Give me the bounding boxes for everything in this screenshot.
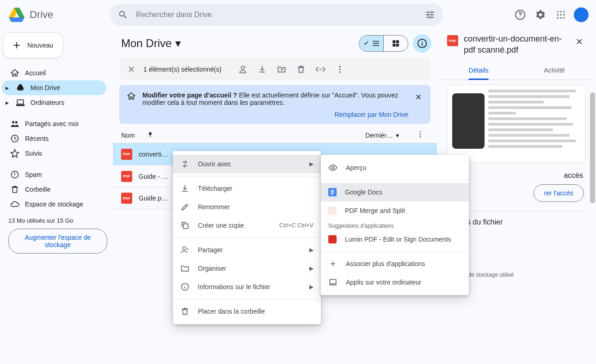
menu-label: Informations sur le fichier — [198, 283, 270, 291]
menu-rename[interactable]: Renommer — [173, 198, 321, 216]
settings-icon[interactable] — [531, 6, 550, 24]
menu-share[interactable]: Partager ▶ — [173, 241, 321, 259]
banner-text: Modifier votre page d'accueil ? Elle est… — [142, 91, 398, 106]
info-icon — [180, 282, 190, 291]
close-icon — [414, 93, 423, 101]
move-button[interactable] — [273, 61, 290, 78]
menu-info[interactable]: Informations sur le fichier ▶ — [173, 278, 321, 296]
menu-organize[interactable]: Organiser ▶ — [173, 259, 321, 278]
preview-text-placeholder — [488, 90, 581, 158]
more-vert-icon — [335, 65, 344, 74]
menu-trash[interactable]: Placer dans la corbeille — [173, 302, 321, 321]
download-button[interactable] — [254, 61, 270, 78]
account-avatar[interactable] — [574, 7, 589, 22]
nav-mydrive[interactable]: ▸ Mon Drive — [2, 80, 106, 95]
svg-point-34 — [332, 167, 334, 169]
search-bar[interactable] — [110, 4, 443, 26]
submenu-google-docs[interactable]: Google Docs — [321, 183, 469, 201]
copy-icon — [180, 221, 190, 230]
layout-list-button[interactable] — [359, 36, 383, 51]
menu-open-with[interactable]: Ouvrir avec ▶ — [173, 155, 321, 173]
menu-label: Créer une copie — [198, 222, 244, 229]
menu-label: Aperçu — [346, 164, 366, 171]
svg-point-11 — [560, 11, 561, 12]
col-name[interactable]: Nom — [121, 132, 135, 139]
submenu-desktop-apps[interactable]: Applis sur votre ordinateur — [321, 273, 469, 291]
nav-starred[interactable]: Suivis — [2, 146, 106, 161]
search-icon[interactable] — [114, 6, 132, 24]
nav-spam[interactable]: Spam — [2, 167, 106, 182]
help-icon[interactable] — [511, 6, 529, 24]
submenu-lumin[interactable]: Lumin PDF - Edit or Sign Documents — [321, 230, 469, 249]
submenu-connect-apps[interactable]: Associer plus d'applications — [321, 255, 469, 273]
clear-selection-button[interactable] — [123, 61, 140, 78]
layout-grid-button[interactable] — [384, 36, 408, 51]
nav-trash[interactable]: Corbeille — [2, 182, 106, 197]
pdf-icon: PDF — [121, 193, 132, 204]
svg-rect-35 — [330, 279, 336, 284]
selection-count: 1 élément(s) sélectionné(s) — [142, 66, 225, 73]
col-modified[interactable]: Dernièr… ▾ — [365, 132, 412, 139]
sort-asc-icon[interactable] — [146, 130, 154, 140]
manage-access-button[interactable]: rer l'accès — [534, 184, 584, 202]
logo[interactable]: Drive — [4, 6, 110, 24]
banner-action[interactable]: Remplacer par Mon Drive — [142, 111, 411, 118]
col-menu[interactable] — [412, 130, 429, 140]
scrollbar[interactable] — [589, 92, 596, 351]
nav-recent-label: Récents — [25, 135, 49, 142]
info-button[interactable] — [413, 34, 431, 53]
chevron-right-icon: ▶ — [309, 247, 313, 253]
panel-close-button[interactable] — [571, 33, 588, 50]
menu-download[interactable]: Télécharger — [173, 179, 321, 198]
submenu-preview[interactable]: Aperçu — [321, 158, 469, 177]
svg-point-15 — [563, 14, 565, 15]
trash-icon — [180, 307, 190, 316]
nav-shared[interactable]: Partagés avec moi — [2, 116, 106, 131]
nav-recent[interactable]: Récents — [2, 131, 106, 146]
app-name: Drive — [30, 9, 53, 21]
laptop-icon — [328, 278, 338, 287]
detail-filename: convertir-un-document-en-pdf scanné.pdf — [464, 33, 565, 55]
tune-icon[interactable] — [421, 6, 439, 24]
nav-computers[interactable]: ▸ Ordinateurs — [2, 95, 106, 110]
open-icon — [180, 159, 190, 169]
upgrade-storage-button[interactable]: Augmenter l'espace de stockage — [8, 229, 107, 254]
trash-icon — [10, 185, 19, 194]
drive-icon — [16, 83, 25, 92]
person-add-icon — [180, 245, 190, 255]
nav-home[interactable]: Accueil — [2, 66, 106, 80]
apps-icon[interactable] — [552, 6, 570, 24]
more-button[interactable] — [332, 61, 348, 78]
menu-label: Télécharger — [198, 185, 233, 192]
view-toggle — [359, 35, 408, 52]
submenu-pdf-merge[interactable]: PDF Merge and Split — [321, 201, 469, 220]
search-input[interactable] — [136, 11, 417, 19]
laptop-icon — [16, 98, 25, 107]
menu-label: Partager — [198, 246, 223, 254]
menu-label: Ouvrir avec — [198, 160, 231, 168]
cloud-icon — [10, 200, 19, 209]
banner-close-button[interactable] — [411, 90, 426, 104]
home-icon — [10, 68, 19, 78]
nav-computers-label: Ordinateurs — [31, 99, 64, 106]
folder-title: Mon Drive — [121, 37, 172, 50]
menu-copy[interactable]: Créer une copie Ctrl+C Ctrl+V — [173, 216, 321, 235]
people-icon — [10, 119, 19, 128]
nav-storage[interactable]: Espace de stockage — [2, 197, 106, 212]
delete-button[interactable] — [293, 61, 309, 78]
tab-details[interactable]: Détails — [441, 62, 516, 79]
column-headers: Nom Dernièr… ▾ — [113, 126, 437, 143]
header: Drive — [0, 0, 596, 30]
folder-title-dropdown[interactable]: Mon Drive ▾ — [121, 37, 181, 50]
new-button[interactable]: Nouveau — [3, 32, 63, 58]
share-button[interactable] — [234, 61, 251, 78]
file-preview[interactable] — [447, 85, 586, 163]
menu-label: Renommer — [198, 203, 230, 211]
link-button[interactable] — [312, 61, 329, 78]
app-icon — [328, 206, 337, 215]
svg-point-25 — [339, 68, 340, 70]
tab-activity[interactable]: Activité — [516, 62, 592, 79]
svg-rect-30 — [184, 224, 188, 229]
pdf-icon: PDF — [121, 149, 132, 160]
chevron-right-icon: ▶ — [309, 284, 313, 290]
